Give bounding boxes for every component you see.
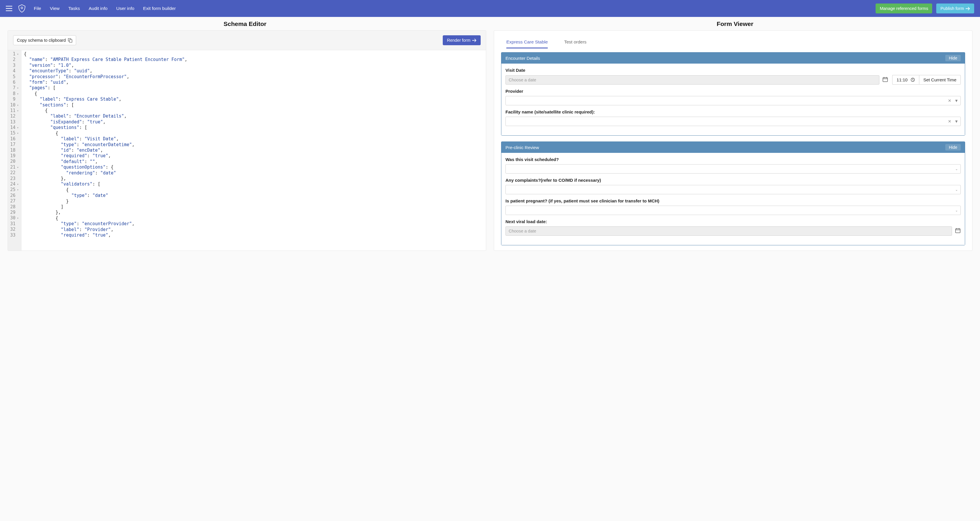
copy-icon (68, 38, 72, 43)
visit-scheduled-select[interactable] (506, 164, 961, 174)
nav-file[interactable]: File (34, 6, 41, 11)
svg-rect-2 (69, 40, 72, 42)
nav-user-info[interactable]: User info (116, 6, 134, 11)
line-gutter: 1▾234567▾8▾910▾11▾121314▾15▾161718192021… (8, 50, 22, 250)
visit-scheduled-label: Was this visit scheduled? (506, 157, 961, 162)
complaints-select[interactable] (506, 185, 961, 194)
section-title: Encounter Details (506, 56, 540, 61)
viral-load-date-input[interactable] (506, 226, 952, 236)
render-form-button[interactable]: Render form (443, 35, 480, 45)
calendar-icon[interactable] (955, 228, 961, 234)
hamburger-menu[interactable] (6, 6, 12, 11)
form-tabs: Express Care Stable Test orders (501, 36, 965, 49)
chevron-down-icon[interactable]: ▼ (955, 98, 958, 103)
svg-rect-3 (883, 78, 888, 82)
field-facility: Facility name (site/satellite clinic req… (506, 109, 961, 126)
editor-toolbar: Copy schema to clipboard Render form (8, 30, 486, 50)
schema-editor-panel: Copy schema to clipboard Render form 1▾2… (8, 30, 486, 251)
code-content[interactable]: { "name": "AMPATH Express Care Stable Pa… (22, 50, 189, 250)
publish-form-button[interactable]: Publish form (936, 3, 974, 13)
visit-date-label: Visit Date (506, 68, 961, 73)
render-form-label: Render form (447, 38, 471, 43)
time-value: 11:10 (897, 77, 908, 82)
complaints-label: Any complaints?(refer to CO/MD if necess… (506, 178, 961, 183)
arrow-right-icon (966, 7, 970, 11)
form-viewer-panel: Express Care Stable Test orders Encounte… (494, 30, 972, 251)
schema-editor-title: Schema Editor (0, 21, 490, 27)
panels-header: Schema Editor Form Viewer (0, 17, 980, 30)
copy-schema-label: Copy schema to clipboard (17, 38, 66, 43)
chevron-down-icon: ⌄ (955, 167, 958, 171)
chevron-down-icon: ⌄ (955, 209, 958, 212)
provider-input[interactable] (506, 96, 961, 105)
chevron-down-icon[interactable]: ▼ (955, 119, 958, 124)
shield-icon (18, 4, 26, 13)
arrow-right-icon (472, 38, 477, 42)
chevron-down-icon: ⌄ (955, 188, 958, 192)
section-encounter-details: Encounter Details Hide Visit Date (501, 52, 965, 135)
tab-test-orders[interactable]: Test orders (564, 39, 587, 48)
app-logo (18, 4, 26, 13)
code-editor[interactable]: 1▾234567▾8▾910▾11▾121314▾15▾161718192021… (8, 50, 486, 250)
facility-input[interactable] (506, 117, 961, 126)
manage-referenced-forms-button[interactable]: Manage referenced forms (876, 3, 932, 13)
time-group: 11:10 Set Current Time (892, 75, 961, 84)
svg-point-0 (21, 7, 23, 9)
nav-audit-info[interactable]: Audit info (89, 6, 108, 11)
copy-schema-button[interactable]: Copy schema to clipboard (13, 35, 76, 45)
main: Copy schema to clipboard Render form 1▾2… (0, 30, 980, 257)
field-visit-date: Visit Date 11:10 (506, 68, 961, 84)
field-next-viral-load: Next viral load date: (506, 219, 961, 236)
set-current-time-button[interactable]: Set Current Time (919, 75, 961, 84)
topbar-actions: Manage referenced forms Publish form (876, 3, 974, 13)
nav-view[interactable]: View (50, 6, 59, 11)
visit-date-input[interactable] (506, 75, 880, 84)
tab-express-care-stable[interactable]: Express Care Stable (506, 39, 548, 48)
section-title: Pre-clinic Review (506, 145, 539, 150)
hide-section-button[interactable]: Hide (945, 144, 961, 151)
form-viewer-title: Form Viewer (490, 21, 980, 27)
hamburger-icon (6, 6, 12, 11)
hide-section-button[interactable]: Hide (945, 55, 961, 61)
pregnant-label: Is patient pregnant? (if yes, patient mu… (506, 198, 961, 203)
clock-icon (911, 78, 915, 82)
viral-load-label: Next viral load date: (506, 219, 961, 224)
section-header: Encounter Details Hide (501, 53, 965, 64)
pregnant-select[interactable] (506, 206, 961, 215)
clear-icon[interactable]: ✕ (948, 98, 951, 103)
section-body: Was this visit scheduled? ⌄ Any complain… (501, 153, 965, 245)
time-value-box[interactable]: 11:10 (892, 75, 919, 84)
svg-rect-5 (956, 229, 960, 233)
top-nav: File View Tasks Audit info User info Exi… (34, 6, 876, 11)
facility-label: Facility name (site/satellite clinic req… (506, 109, 961, 114)
form-body: Express Care Stable Test orders Encounte… (494, 30, 972, 250)
section-header: Pre-clinic Review Hide (501, 142, 965, 153)
clear-icon[interactable]: ✕ (948, 119, 951, 124)
publish-form-label: Publish form (940, 6, 964, 11)
field-provider: Provider ✕ ▼ (506, 89, 961, 105)
field-pregnant: Is patient pregnant? (if yes, patient mu… (506, 198, 961, 215)
field-visit-scheduled: Was this visit scheduled? ⌄ (506, 157, 961, 174)
field-complaints: Any complaints?(refer to CO/MD if necess… (506, 178, 961, 194)
section-pre-clinic-review: Pre-clinic Review Hide Was this visit sc… (501, 142, 965, 245)
nav-tasks[interactable]: Tasks (68, 6, 80, 11)
calendar-icon[interactable] (882, 76, 888, 83)
nav-exit-form-builder[interactable]: Exit form builder (143, 6, 176, 11)
section-body: Visit Date 11:10 (501, 64, 965, 135)
provider-label: Provider (506, 89, 961, 94)
topbar: File View Tasks Audit info User info Exi… (0, 0, 980, 17)
